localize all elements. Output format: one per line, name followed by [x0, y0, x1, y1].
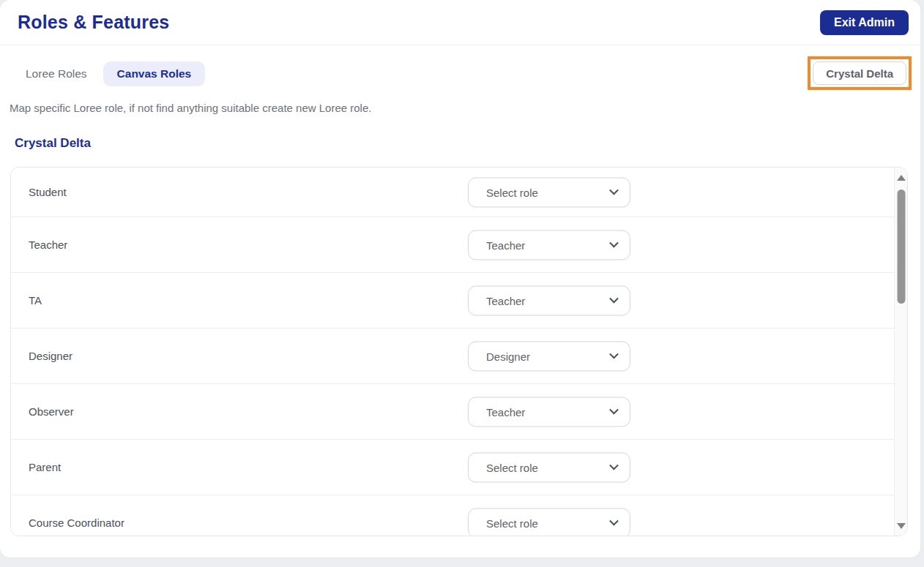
canvas-role-label: Parent: [29, 461, 61, 473]
page-header: Roles & Features Exit Admin: [0, 0, 920, 45]
role-mapping-row: Teacher Teacher: [11, 217, 894, 273]
description-text: Map specific Loree role, if not find any…: [10, 102, 371, 114]
canvas-role-label: TA: [29, 294, 42, 307]
role-mapping-row: Student Select role: [11, 168, 894, 217]
page-title: Roles & Features: [18, 12, 169, 33]
chevron-down-icon: [609, 516, 619, 525]
role-mapping-row: Designer Designer: [11, 328, 894, 384]
chevron-down-icon: [609, 293, 619, 303]
select-value: Designer: [486, 350, 530, 362]
select-value: Select role: [486, 461, 538, 473]
roles-list: Student Select role Teacher Teacher TA T…: [11, 168, 894, 536]
loree-role-select[interactable]: Teacher: [468, 285, 630, 315]
canvas-role-label: Teacher: [29, 239, 67, 251]
tabs: Loree Roles Canvas Roles: [26, 61, 205, 86]
page-container: Roles & Features Exit Admin Loree Roles …: [0, 0, 920, 557]
select-value: Teacher: [486, 405, 525, 418]
loree-role-select[interactable]: Select role: [468, 508, 630, 536]
canvas-role-label: Observer: [29, 405, 74, 418]
scrollbar[interactable]: [894, 168, 907, 536]
canvas-role-label: Designer: [29, 350, 72, 362]
select-value: Select role: [486, 517, 538, 529]
loree-role-select[interactable]: Teacher: [468, 230, 630, 260]
roles-mapping-card: Student Select role Teacher Teacher TA T…: [10, 167, 908, 536]
scrollbar-thumb[interactable]: [897, 189, 905, 304]
scroll-down-arrow-icon[interactable]: [897, 523, 906, 529]
select-value: Select role: [486, 186, 538, 198]
role-mapping-row: Observer Teacher: [11, 384, 894, 440]
chevron-down-icon: [609, 349, 619, 358]
tab-loree-roles[interactable]: Loree Roles: [26, 61, 87, 86]
select-value: Teacher: [486, 294, 525, 307]
exit-admin-button[interactable]: Exit Admin: [820, 10, 909, 35]
chevron-down-icon: [609, 405, 619, 414]
loree-role-select[interactable]: Designer: [468, 341, 630, 371]
tab-canvas-roles[interactable]: Canvas Roles: [103, 61, 206, 86]
loree-role-select[interactable]: Select role: [468, 177, 630, 207]
chevron-down-icon: [609, 185, 619, 195]
role-mapping-row: Course Coordinator Select role: [11, 495, 894, 536]
loree-role-select[interactable]: Teacher: [468, 397, 630, 427]
role-mapping-row: TA Teacher: [11, 273, 894, 328]
select-value: Teacher: [486, 239, 525, 251]
chevron-down-icon: [609, 460, 619, 470]
crystal-delta-button[interactable]: Crystal Delta: [813, 61, 906, 85]
chevron-down-icon: [609, 238, 619, 247]
section-heading: Crystal Delta: [15, 136, 91, 151]
canvas-role-label: Course Coordinator: [29, 517, 124, 529]
canvas-role-label: Student: [29, 186, 67, 198]
scroll-up-arrow-icon[interactable]: [897, 175, 906, 181]
role-mapping-row: Parent Select role: [11, 440, 894, 495]
loree-role-select[interactable]: Select role: [468, 452, 630, 482]
crystal-delta-highlight-box: Crystal Delta: [808, 56, 912, 90]
